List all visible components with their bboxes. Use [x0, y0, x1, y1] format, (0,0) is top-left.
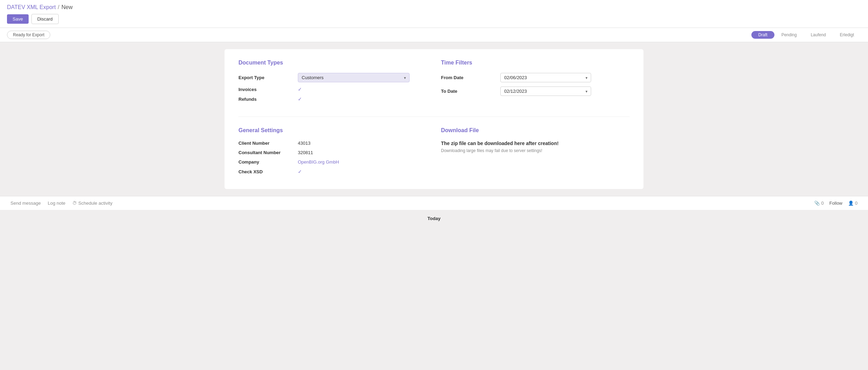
section-divider: [238, 116, 630, 117]
status-steps: Draft Pending Laufend Erledigt: [751, 31, 861, 39]
company-label: Company: [238, 159, 294, 165]
to-date-row: To Date: [441, 86, 630, 96]
consultant-number-label: Consultant Number: [238, 150, 294, 155]
refunds-checkbox[interactable]: ✓: [298, 96, 302, 102]
send-message-button[interactable]: Send message: [10, 201, 41, 206]
document-types-section: Document Types Export Type Customers Ven…: [238, 60, 427, 106]
time-filters-section: Time Filters From Date To Date: [441, 60, 630, 106]
toolbar: Save Discard: [7, 14, 861, 28]
client-number-row: Client Number 43013: [238, 141, 427, 146]
to-date-wrapper[interactable]: [500, 86, 591, 96]
main-content: Document Types Export Type Customers Ven…: [0, 42, 868, 196]
consultant-number-row: Consultant Number 320811: [238, 150, 427, 155]
footer-actions: Send message Log note ⏱ Schedule activit…: [10, 201, 112, 206]
today-label: Today: [427, 216, 440, 221]
to-date-input[interactable]: [500, 86, 591, 96]
export-type-row: Export Type Customers Vendors All: [238, 73, 427, 82]
form-card: Document Types Export Type Customers Ven…: [225, 49, 643, 189]
from-date-row: From Date: [441, 73, 630, 82]
download-file-section: Download File The zip file can be downlo…: [441, 127, 630, 179]
follower-count: 0: [855, 201, 858, 206]
general-settings-section: General Settings Client Number 43013 Con…: [238, 127, 427, 179]
attachment-count: 0: [821, 201, 824, 206]
follower-group: 👤 0: [848, 201, 858, 206]
today-section: Today: [0, 210, 868, 227]
schedule-activity-button[interactable]: ⏱ Schedule activity: [72, 201, 112, 206]
attachment-group: 📎 0: [814, 201, 824, 206]
bottom-two-col: General Settings Client Number 43013 Con…: [238, 127, 630, 179]
invoices-checkbox[interactable]: ✓: [298, 86, 302, 92]
company-link[interactable]: OpenBIG.org GmbH: [298, 159, 339, 165]
invoices-label: Invoices: [238, 87, 294, 92]
save-button[interactable]: Save: [7, 14, 29, 24]
paperclip-icon: 📎: [814, 201, 820, 206]
schedule-activity-label: Schedule activity: [78, 201, 112, 206]
time-filters-title: Time Filters: [441, 60, 630, 66]
status-badge: Ready for Export: [7, 31, 50, 39]
client-number-value: 43013: [298, 141, 310, 146]
download-sub-text: Downloading large files may fail due to …: [441, 148, 630, 153]
to-date-label: To Date: [441, 89, 497, 94]
export-type-select-wrapper[interactable]: Customers Vendors All: [298, 73, 410, 82]
breadcrumb: DATEV XML Export / New: [7, 4, 861, 10]
refunds-row: Refunds ✓: [238, 96, 427, 102]
log-note-button[interactable]: Log note: [48, 201, 66, 206]
status-step-laufend[interactable]: Laufend: [804, 31, 833, 39]
breadcrumb-parent[interactable]: DATEV XML Export: [7, 4, 56, 10]
check-xsd-label: Check XSD: [238, 169, 294, 174]
status-step-draft[interactable]: Draft: [751, 31, 774, 39]
follow-button[interactable]: Follow: [829, 201, 843, 206]
check-xsd-checkbox[interactable]: ✓: [298, 169, 302, 174]
schedule-activity-icon: ⏱: [72, 201, 77, 206]
from-date-wrapper[interactable]: [500, 73, 591, 82]
footer-right: 📎 0 Follow 👤 0: [814, 201, 858, 206]
document-types-title: Document Types: [238, 60, 427, 66]
general-settings-title: General Settings: [238, 127, 427, 134]
client-number-label: Client Number: [238, 141, 294, 146]
breadcrumb-separator: /: [58, 4, 59, 10]
person-icon: 👤: [848, 201, 854, 206]
check-xsd-row: Check XSD ✓: [238, 169, 427, 174]
consultant-number-value: 320811: [298, 150, 313, 155]
from-date-input[interactable]: [500, 73, 591, 82]
status-step-erledigt[interactable]: Erledigt: [833, 31, 861, 39]
company-row: Company OpenBIG.org GmbH: [238, 159, 427, 165]
status-bar: Ready for Export Draft Pending Laufend E…: [0, 28, 868, 42]
invoices-row: Invoices ✓: [238, 86, 427, 92]
refunds-label: Refunds: [238, 97, 294, 102]
discard-button[interactable]: Discard: [31, 14, 59, 24]
top-two-col: Document Types Export Type Customers Ven…: [238, 60, 630, 106]
download-file-title: Download File: [441, 127, 630, 134]
export-type-label: Export Type: [238, 75, 294, 80]
footer-bar: Send message Log note ⏱ Schedule activit…: [0, 196, 868, 210]
status-step-pending[interactable]: Pending: [774, 31, 804, 39]
export-type-select[interactable]: Customers Vendors All: [298, 73, 410, 82]
breadcrumb-current: New: [61, 4, 73, 10]
download-main-text: The zip file can be downloaded here afte…: [441, 141, 630, 146]
from-date-label: From Date: [441, 75, 497, 80]
